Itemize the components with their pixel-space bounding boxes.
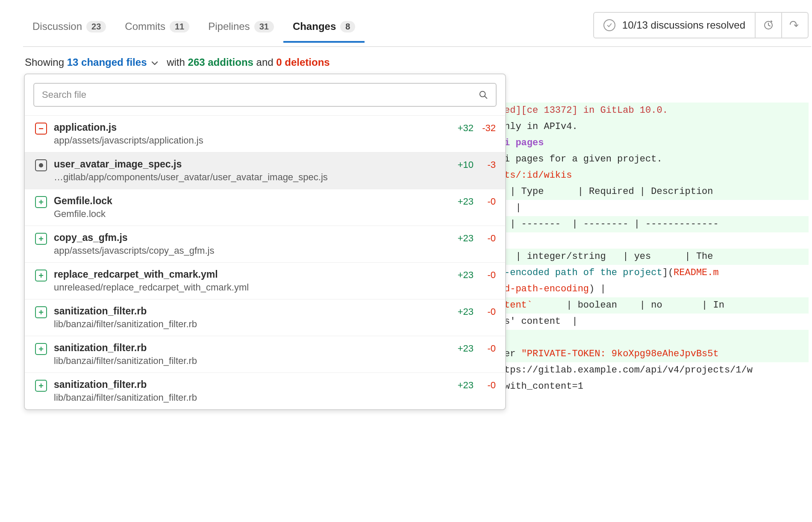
check-circle-icon (603, 19, 615, 31)
file-deletions: -0 (476, 233, 496, 244)
resolved-text: 10/13 discussions resolved (622, 19, 745, 31)
file-deletions: -0 (476, 380, 496, 391)
file-deletions: -3 (476, 159, 496, 170)
file-additions: +32 (450, 123, 474, 134)
file-path: Gemfile.lock (54, 208, 444, 220)
file-item[interactable]: user_avatar_image_spec.js…gitlab/app/com… (25, 152, 505, 189)
file-additions: +10 (450, 159, 474, 170)
file-added-icon: + (35, 380, 47, 392)
file-added-icon: + (35, 306, 47, 318)
file-name: user_avatar_image_spec.js (54, 158, 444, 170)
file-additions: +23 (450, 270, 474, 281)
jump-next-button[interactable] (781, 13, 808, 38)
tab-discussion[interactable]: Discussion 23 (23, 16, 115, 43)
changed-files-dropdown[interactable]: 13 changed files (67, 56, 161, 68)
file-path: lib/banzai/filter/sanitization_filter.rb (54, 319, 444, 330)
additions-count: 263 additions (188, 56, 253, 68)
file-path: lib/banzai/filter/sanitization_filter.rb (54, 392, 444, 403)
file-additions: +23 (450, 233, 474, 244)
file-added-icon: + (35, 270, 47, 282)
chevron-down-icon (151, 56, 158, 68)
tab-badge: 8 (340, 21, 355, 32)
file-name: sanitization_filter.rb (54, 342, 444, 354)
diff-preview: roduced][ce 13372] in GitLab 10.0. ble o… (468, 103, 809, 395)
file-additions: +23 (450, 380, 474, 391)
file-path: app/assets/javascripts/application.js (54, 135, 444, 146)
file-additions: +23 (450, 306, 474, 317)
file-name: sanitization_filter.rb (54, 305, 444, 317)
svg-line-2 (485, 96, 487, 98)
file-item[interactable]: −application.jsapp/assets/javascripts/ap… (25, 115, 505, 152)
discussions-resolved-box: 10/13 discussions resolved (593, 12, 809, 38)
tab-badge: 23 (86, 21, 106, 32)
file-item[interactable]: +sanitization_filter.rblib/banzai/filter… (25, 299, 505, 336)
file-name: application.js (54, 122, 444, 133)
tab-label: Discussion (32, 21, 82, 32)
file-added-icon: + (35, 343, 47, 355)
file-item[interactable]: +sanitization_filter.rblib/banzai/filter… (25, 372, 505, 409)
file-deletions: -0 (476, 270, 496, 281)
file-deletions: -0 (476, 343, 496, 354)
search-file-wrap (33, 83, 497, 107)
tab-label: Commits (125, 21, 165, 32)
tab-pipelines[interactable]: Pipelines 31 (199, 16, 283, 43)
file-additions: +23 (450, 343, 474, 354)
file-modified-icon (35, 159, 47, 171)
file-path: …gitlab/app/components/user_avatar/user_… (54, 172, 444, 183)
file-deletions: -0 (476, 306, 496, 317)
file-name: replace_redcarpet_with_cmark.yml (54, 269, 444, 280)
tabs: Discussion 23 Commits 11 Pipelines 31 Ch… (23, 16, 593, 42)
file-name: Gemfile.lock (54, 195, 444, 207)
file-added-icon: + (35, 233, 47, 245)
tab-label: Changes (293, 21, 336, 32)
tabs-row: Discussion 23 Commits 11 Pipelines 31 Ch… (23, 0, 811, 47)
tab-badge: 11 (170, 21, 189, 32)
file-path: lib/banzai/filter/sanitization_filter.rb (54, 355, 444, 367)
file-deleted-icon: − (35, 123, 47, 135)
file-path: app/assets/javascripts/copy_as_gfm.js (54, 245, 444, 256)
showing-summary: Showing 13 changed files with 263 additi… (23, 47, 811, 76)
file-deletions: -32 (476, 123, 496, 134)
file-dropdown-panel: −application.jsapp/assets/javascripts/ap… (24, 73, 506, 410)
file-list: −application.jsapp/assets/javascripts/ap… (25, 115, 505, 409)
file-added-icon: + (35, 196, 47, 208)
search-file-input[interactable] (42, 89, 474, 100)
file-item[interactable]: +replace_redcarpet_with_cmark.ymlunrelea… (25, 262, 505, 299)
tab-badge: 31 (254, 21, 274, 32)
deletions-count: 0 deletions (276, 56, 330, 68)
file-item[interactable]: +Gemfile.lockGemfile.lock+23-0 (25, 189, 505, 226)
file-path: unreleased/replace_redcarpet_with_cmark.… (54, 282, 444, 293)
file-item[interactable]: +copy_as_gfm.jsapp/assets/javascripts/co… (25, 226, 505, 262)
file-deletions: -0 (476, 196, 496, 207)
search-icon (479, 90, 488, 100)
tab-changes[interactable]: Changes 8 (283, 16, 365, 43)
file-name: copy_as_gfm.js (54, 232, 444, 243)
file-item[interactable]: +sanitization_filter.rblib/banzai/filter… (25, 336, 505, 372)
new-issue-button[interactable] (755, 13, 781, 38)
file-name: sanitization_filter.rb (54, 379, 444, 390)
tab-commits[interactable]: Commits 11 (115, 16, 199, 43)
tab-label: Pipelines (208, 21, 250, 32)
file-additions: +23 (450, 196, 474, 207)
